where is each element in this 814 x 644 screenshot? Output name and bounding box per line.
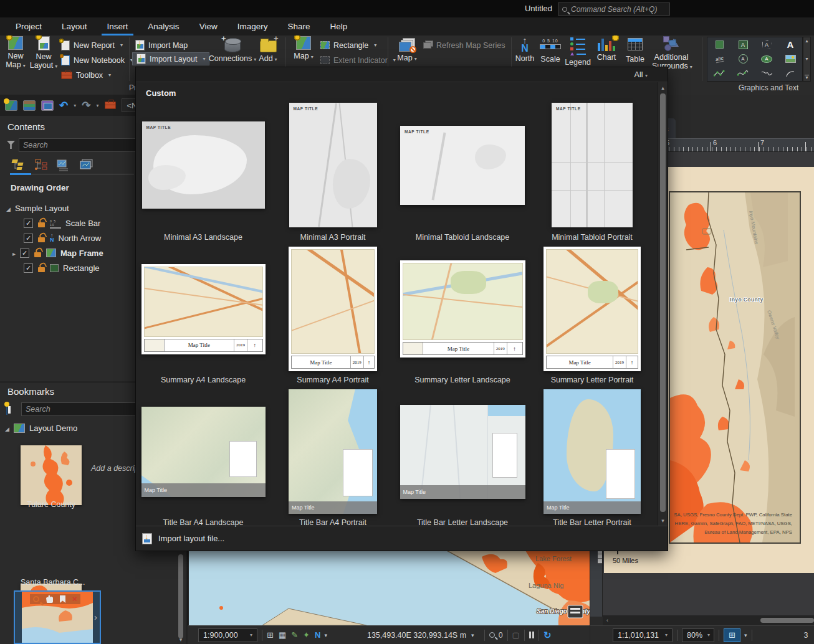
redo-icon[interactable]: ↷ <box>82 99 90 112</box>
update-bookmark-icon[interactable] <box>60 595 65 603</box>
new-map-button[interactable]: New Map <box>2 36 29 70</box>
refresh-view-icon[interactable]: ↻ <box>543 630 552 641</box>
layer-map-frame[interactable]: Map Frame <box>12 245 103 260</box>
new-notebook-button[interactable]: New Notebook <box>61 54 133 67</box>
add-data-button[interactable]: + Add <box>253 36 283 64</box>
bookmark-next-icon[interactable]: › <box>94 612 97 622</box>
undo-icon[interactable]: ↶ <box>59 99 68 112</box>
gallery-item-minimal-a3-landscape[interactable]: MAP TITLE Minimal A3 Landscape <box>138 100 268 247</box>
ellipse-text-icon[interactable]: A <box>761 55 772 63</box>
coords-dropdown-icon[interactable]: ▾ <box>471 632 474 638</box>
gallery-item-titlebar-letter-landscape[interactable]: Map Title Title Bar Letter Landscape <box>398 389 527 532</box>
scroll-down-icon[interactable]: ▾ <box>177 637 184 643</box>
map-frame-checkbox[interactable] <box>20 249 29 258</box>
layout-h-scrollbar-thumb[interactable] <box>760 618 814 623</box>
grid-dropdown-icon[interactable]: ▾ <box>744 632 747 638</box>
list-by-drawing-order-icon[interactable] <box>9 157 29 173</box>
gallery-scroll-buttons[interactable]: ▲ ▼ ▼ <box>803 37 811 82</box>
gallery-scrollbar-thumb[interactable] <box>660 93 666 512</box>
line-graphic-icon[interactable] <box>714 70 725 77</box>
rectangle-text-icon[interactable]: A <box>739 40 748 49</box>
import-layout-file-row[interactable]: Import layout file... <box>136 526 668 551</box>
legend-button[interactable]: Legend <box>563 36 593 67</box>
pan-to-bookmark-icon[interactable] <box>46 595 53 603</box>
selection-tool-icon[interactable] <box>489 632 495 638</box>
toolbox-button[interactable]: Toolbox <box>61 69 111 82</box>
tab-project[interactable]: Project <box>10 17 47 36</box>
freehand-graphic-icon[interactable] <box>761 70 772 77</box>
tab-insert[interactable]: Insert <box>102 17 134 36</box>
gallery-scrollbar[interactable]: ▴ ▾ <box>658 82 668 526</box>
delete-bookmark-icon[interactable]: × <box>72 595 77 603</box>
gallery-item-minimal-a3-portrait[interactable]: MAP TITLE Minimal A3 Portrait <box>268 100 398 247</box>
chart-frame-button[interactable]: Chart <box>593 36 620 62</box>
redo-dropdown-icon[interactable]: ▾ <box>97 103 99 108</box>
tab-layout[interactable]: Layout <box>56 17 93 36</box>
tab-help[interactable]: Help <box>324 17 353 36</box>
expand-icon[interactable] <box>12 249 16 258</box>
open-project-icon[interactable] <box>23 100 36 111</box>
scroll-up-icon[interactable]: ▴ <box>658 85 668 91</box>
list-by-editing-icon[interactable] <box>76 157 97 173</box>
layout-h-scrollbar[interactable]: ‹ <box>603 615 814 625</box>
text-icon[interactable]: A <box>787 39 794 50</box>
new-bookmark-icon[interactable] <box>6 404 7 415</box>
snapping-icon[interactable]: ✦ <box>303 630 310 640</box>
layout-zoom-dropdown[interactable]: 80%▾ <box>682 628 714 642</box>
import-map-button[interactable]: ↓ Import Map <box>135 39 188 52</box>
refresh-map-series-button[interactable]: Refresh Map Series <box>421 39 505 52</box>
scale-bar-checkbox[interactable] <box>24 219 33 228</box>
bookmarks-scrollbar-thumb[interactable] <box>178 554 183 638</box>
curve-graphic-icon[interactable] <box>737 70 749 77</box>
gallery-item-summary-a4-landscape[interactable]: Map Title 2019 ↑ Summary A4 Landscape <box>138 247 268 389</box>
filter-icon[interactable] <box>7 141 15 149</box>
tab-analysis[interactable]: Analysis <box>142 17 184 36</box>
new-layout-button[interactable]: New Layout <box>29 36 58 71</box>
gallery-filter-dropdown[interactable]: All ▾ <box>634 70 648 79</box>
layer-sample-layout[interactable]: Sample Layout <box>6 201 69 215</box>
layer-rectangle[interactable]: Rectangle <box>24 260 100 275</box>
command-search[interactable] <box>558 2 670 16</box>
gallery-down-icon[interactable]: ▼ <box>805 57 809 61</box>
bookmark-description-placeholder[interactable]: Add a descrip <box>91 464 138 473</box>
bookmark-thumbnail-tulare[interactable] <box>21 445 82 505</box>
gallery-item-titlebar-a4-landscape[interactable]: Map Title Title Bar A4 Landscape <box>138 389 268 532</box>
collapse-icon[interactable] <box>6 204 11 213</box>
attribute-table-icon[interactable]: ▦ <box>279 630 286 640</box>
zoom-to-bookmark-icon[interactable] <box>33 596 39 602</box>
command-search-input[interactable] <box>571 5 666 14</box>
map-series-button[interactable]: Map <box>393 36 421 64</box>
rectangle-checkbox[interactable] <box>24 263 33 273</box>
bookmark-thumbnail-selected[interactable]: × › <box>14 590 101 644</box>
cursor-coordinates[interactable]: 135,493.40E 320,993.14S m <box>367 631 466 640</box>
gallery-up-icon[interactable]: ▲ <box>805 39 809 43</box>
gallery-item-titlebar-a4-portrait[interactable]: Map Title Title Bar A4 Portrait <box>268 389 398 532</box>
undo-dropdown-icon[interactable]: ▾ <box>74 103 76 108</box>
save-project-icon[interactable] <box>41 100 54 111</box>
tab-view[interactable]: View <box>194 17 223 36</box>
layer-north-arrow[interactable]: ↑N North Arrow <box>24 230 101 245</box>
tab-share[interactable]: Share <box>282 17 315 36</box>
scroll-down-icon[interactable]: ▾ <box>658 518 668 524</box>
scale-bar-button[interactable]: 0 5 10 Scale <box>536 36 565 64</box>
gallery-item-titlebar-letter-portrait[interactable]: Map Title Title Bar Letter Portrait <box>527 389 657 532</box>
gallery-item-summary-letter-landscape[interactable]: Map Title 2019 ↑ Summary Letter Landscap… <box>398 247 527 389</box>
polygon-text-icon[interactable]: A <box>762 40 772 49</box>
sketch-tool-icon[interactable]: ✎ <box>291 630 298 640</box>
extent-indicator-button[interactable]: Extent Indicator <box>320 54 396 67</box>
rectangle-button[interactable]: Rectangle <box>320 39 376 52</box>
connections-button[interactable]: + Connections <box>211 36 254 64</box>
curved-text-icon[interactable]: abc <box>715 55 724 63</box>
import-layout-button[interactable]: ↓ Import Layout <box>132 52 209 65</box>
map-canvas[interactable]: Lake Forest Laguna Nig San Diego County <box>189 551 590 625</box>
north-arrow-button[interactable]: ↑N North <box>512 36 537 63</box>
layout-scale-dropdown[interactable]: 1:1,010,131▾ <box>613 628 673 642</box>
grid-add-icon[interactable]: ⊞ <box>267 630 274 640</box>
arc-graphic-icon[interactable] <box>785 70 795 77</box>
rectangle-graphic-icon[interactable] <box>716 40 724 49</box>
list-by-source-icon[interactable] <box>31 157 52 173</box>
layout-grid-toggle[interactable]: ⊞ <box>724 628 740 642</box>
map-frame-button[interactable]: Map <box>289 36 318 62</box>
layout-map-frame[interactable]: Inyo County Inyo Mountains Owens Valley … <box>669 191 801 544</box>
collapse-icon[interactable] <box>5 424 9 433</box>
